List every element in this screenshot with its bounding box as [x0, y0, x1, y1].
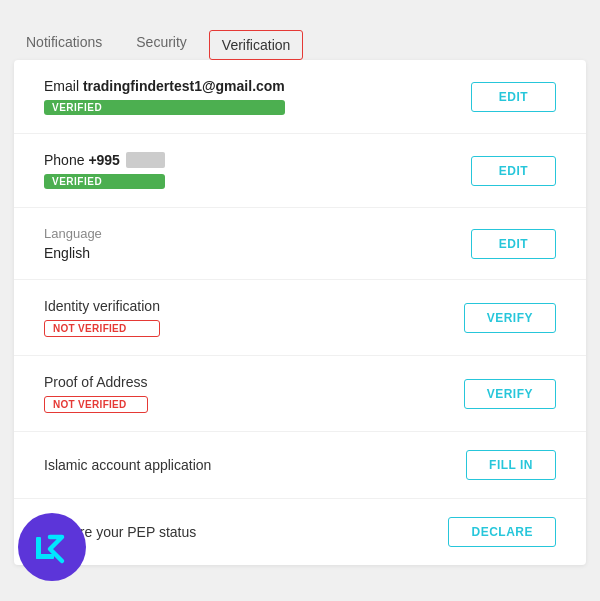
phone-row: Phone +995 VERIFIED EDIT — [14, 134, 586, 208]
identity-not-verified-badge: NOT VERIFIED — [44, 320, 160, 337]
islamic-account-fill-button[interactable]: FILL IN — [466, 450, 556, 480]
language-row: Language English EDIT — [14, 208, 586, 280]
app-logo — [18, 513, 86, 581]
islamic-account-row-left: Islamic account application — [44, 457, 211, 473]
email-verified-badge: VERIFIED — [44, 100, 285, 115]
phone-label: Phone +995 — [44, 152, 165, 168]
email-row-left: Email tradingfindertest1@gmail.com VERIF… — [44, 78, 285, 115]
identity-title: Identity verification — [44, 298, 160, 314]
language-row-left: Language English — [44, 226, 102, 261]
top-nav: Notifications Security Verification — [0, 0, 600, 60]
islamic-account-row: Islamic account application FILL IN — [14, 432, 586, 499]
proof-of-address-verify-button[interactable]: VERIFY — [464, 379, 556, 409]
pep-status-declare-button[interactable]: DECLARE — [448, 517, 556, 547]
proof-of-address-title: Proof of Address — [44, 374, 148, 390]
email-value: tradingfindertest1@gmail.com — [83, 78, 285, 94]
main-card: Email tradingfindertest1@gmail.com VERIF… — [14, 60, 586, 565]
phone-blurred — [126, 152, 165, 168]
phone-prefix: +995 — [88, 152, 120, 168]
email-label: Email tradingfindertest1@gmail.com — [44, 78, 285, 94]
phone-verified-badge: VERIFIED — [44, 174, 165, 189]
tab-verification[interactable]: Verification — [209, 30, 303, 60]
islamic-account-title: Islamic account application — [44, 457, 211, 473]
phone-edit-button[interactable]: EDIT — [471, 156, 556, 186]
language-label: Language — [44, 226, 102, 241]
proof-of-address-not-verified-badge: NOT VERIFIED — [44, 396, 148, 413]
identity-verify-button[interactable]: VERIFY — [464, 303, 556, 333]
phone-row-left: Phone +995 VERIFIED — [44, 152, 165, 189]
logo-icon — [30, 525, 74, 569]
svg-rect-1 — [36, 554, 54, 559]
language-edit-button[interactable]: EDIT — [471, 229, 556, 259]
proof-of-address-row: Proof of Address NOT VERIFIED VERIFY — [14, 356, 586, 432]
tab-notifications[interactable]: Notifications — [14, 26, 114, 60]
email-row: Email tradingfindertest1@gmail.com VERIF… — [14, 60, 586, 134]
identity-row-left: Identity verification NOT VERIFIED — [44, 298, 160, 337]
language-value: English — [44, 245, 102, 261]
proof-of-address-row-left: Proof of Address NOT VERIFIED — [44, 374, 148, 413]
pep-status-row: Declare your PEP status DECLARE — [14, 499, 586, 565]
tab-security[interactable]: Security — [124, 26, 199, 60]
email-edit-button[interactable]: EDIT — [471, 82, 556, 112]
identity-row: Identity verification NOT VERIFIED VERIF… — [14, 280, 586, 356]
